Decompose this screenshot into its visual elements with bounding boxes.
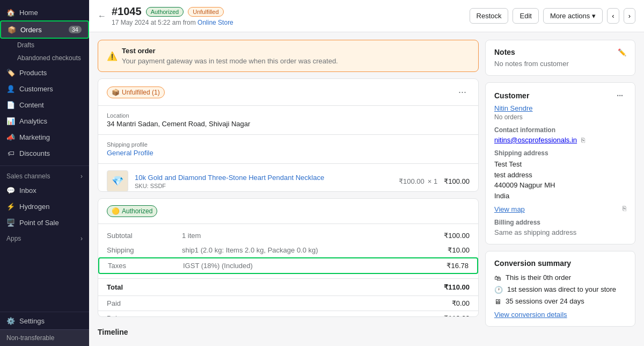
- product-total-price: ₹100.00: [444, 177, 470, 185]
- sidebar-item-home[interactable]: 🏠 Home: [0, 4, 89, 20]
- restock-button[interactable]: Restock: [470, 8, 509, 24]
- location-label: Location: [107, 112, 470, 119]
- sidebar-item-content[interactable]: 📄 Content: [0, 97, 89, 113]
- conversion-item-1: 🛍 This is their 0th order: [494, 272, 626, 284]
- inbox-icon: 💬: [6, 186, 15, 194]
- unfulfilled-status-badge: 📦 Unfulfilled (1): [107, 86, 165, 98]
- sidebar-marketing-label: Marketing: [19, 133, 50, 141]
- sidebar-item-analytics[interactable]: 📊 Analytics: [0, 113, 89, 129]
- subtotal-value: 1 item: [182, 232, 427, 240]
- order-info: #1045 Authorized Unfulfilled 17 May 2024…: [112, 5, 233, 26]
- back-arrow-icon[interactable]: ←: [98, 11, 106, 21]
- home-icon: 🏠: [6, 8, 15, 17]
- authorized-status-badge: 🟡 Authorized: [107, 205, 157, 217]
- sidebar-item-customers[interactable]: 👤 Customers: [0, 81, 89, 97]
- sidebar-item-drafts[interactable]: Drafts: [0, 39, 89, 52]
- customers-icon: 👤: [6, 84, 15, 93]
- customer-more-icon[interactable]: ···: [613, 90, 626, 101]
- product-row: 💎 10k Gold and Diamond Three-Stone Heart…: [98, 164, 478, 192]
- settings-icon: ⚙️: [6, 316, 15, 325]
- sidebar-hydrogen-label: Hydrogen: [19, 203, 49, 211]
- sidebar-item-marketing[interactable]: 📣 Marketing: [0, 129, 89, 145]
- notes-edit-icon[interactable]: ✏️: [618, 48, 626, 56]
- orders-badge: 34: [69, 26, 82, 33]
- marketing-icon: 📣: [6, 133, 15, 141]
- sidebar-item-discounts[interactable]: 🏷 Discounts: [0, 145, 89, 161]
- subtotal-row: Subtotal 1 item ₹100.00: [98, 228, 478, 243]
- test-order-alert: ⚠️ Test order Your payment gateway was i…: [98, 40, 479, 72]
- sidebar-home-label: Home: [19, 9, 38, 17]
- sidebar-inbox-label: Inbox: [19, 186, 36, 194]
- taxes-amount: ₹16.78: [426, 262, 469, 270]
- shipping-summary-value: ship1 (2.0 kg: Items 2.0 kg, Package 0.0…: [182, 246, 427, 254]
- billing-address-label: Billing address: [494, 219, 626, 226]
- copy-address-icon[interactable]: ⎘: [623, 205, 626, 212]
- sidebar-item-inbox[interactable]: 💬 Inbox: [0, 182, 89, 198]
- product-qty-label: × 1: [428, 177, 437, 185]
- apps-section[interactable]: Apps ›: [0, 230, 89, 244]
- analytics-icon: 📊: [6, 117, 15, 125]
- conversion-item-3: 🖥 35 sessions over 24 days: [494, 295, 626, 307]
- paid-label: Paid: [107, 299, 182, 307]
- taxes-row: Taxes IGST (18%) (Included) ₹16.78: [98, 257, 478, 274]
- sales-channels-section[interactable]: Sales channels ›: [0, 168, 89, 182]
- product-name-link[interactable]: 10k Gold and Diamond Three-Stone Heart P…: [135, 174, 324, 182]
- pos-icon: 🖥️: [6, 218, 15, 227]
- main-content: ← #1045 Authorized Unfulfilled 17 May 20…: [89, 0, 644, 346]
- sidebar-item-pos[interactable]: 🖥️ Point of Sale: [0, 214, 89, 230]
- subtotal-label: Subtotal: [107, 232, 182, 240]
- online-store-link[interactable]: Online Store: [197, 19, 233, 26]
- view-conversion-link[interactable]: View conversion details: [494, 311, 626, 319]
- prev-order-button[interactable]: ‹: [607, 8, 619, 24]
- unfulfilled-badge: Unfulfilled: [188, 7, 223, 17]
- sidebar-pos-label: Point of Sale: [19, 219, 59, 227]
- customer-card: Customer ··· Nitin Sendre No orders Cont…: [485, 82, 635, 244]
- shipping-address-text: Test Test test address 440009 Nagpur MH …: [494, 159, 626, 201]
- product-image: 💎: [107, 170, 128, 192]
- taxes-value: IGST (18%) (Included): [183, 262, 426, 270]
- abandoned-label: Abandoned checkouts: [17, 54, 81, 62]
- sidebar-discounts-label: Discounts: [19, 149, 50, 157]
- balance-row: Balance ₹110.00: [98, 311, 478, 317]
- sidebar-item-hydrogen[interactable]: ⚡ Hydrogen: [0, 198, 89, 214]
- sidebar-item-products[interactable]: 🏷️ Products: [0, 64, 89, 81]
- view-map-link[interactable]: View map: [494, 205, 525, 213]
- content-icon: 📄: [6, 100, 15, 109]
- sidebar-analytics-label: Analytics: [19, 117, 47, 125]
- unfulfilled-more-icon[interactable]: ···: [455, 85, 470, 99]
- timeline-label: Timeline: [98, 323, 479, 338]
- next-order-button[interactable]: ›: [624, 8, 635, 24]
- total-label: Total: [107, 283, 182, 291]
- authorized-badge: Authorized: [146, 7, 184, 17]
- sidebar-orders-label: Orders: [20, 26, 42, 34]
- conversion-item3-text: 35 sessions over 24 days: [506, 297, 584, 305]
- total-row: Total ₹110.00: [98, 278, 478, 295]
- unfulfilled-card-header: 📦 Unfulfilled (1) ···: [98, 79, 478, 106]
- products-icon: 🏷️: [6, 68, 15, 77]
- warning-icon: ⚠️: [107, 51, 118, 61]
- box-icon: 📦: [112, 89, 120, 96]
- edit-button[interactable]: Edit: [513, 8, 538, 24]
- customer-email-link[interactable]: nitins@oscprofessionals.in: [494, 136, 577, 144]
- sidebar-item-orders[interactable]: 📦 Orders 34: [0, 20, 89, 39]
- product-info: 10k Gold and Diamond Three-Stone Heart P…: [135, 174, 392, 189]
- monitor-icon: 🖥: [494, 298, 501, 306]
- conversion-item-2: 🕐 1st session was direct to your store: [494, 284, 626, 295]
- location-value: 34 Mantri Sadan, Cement Road, Shivaji Na…: [107, 120, 470, 128]
- product-sku: SKU: SSDF: [135, 183, 392, 189]
- sales-channels-arrow: ›: [80, 172, 83, 180]
- sidebar-item-abandoned[interactable]: Abandoned checkouts: [0, 52, 89, 64]
- sidebar-customers-label: Customers: [19, 85, 53, 93]
- copy-email-icon[interactable]: ⎘: [581, 136, 585, 144]
- sidebar-item-settings[interactable]: ⚙️ Settings: [0, 312, 89, 329]
- shipping-profile-link[interactable]: General Profile: [107, 149, 153, 157]
- shipping-address-label: Shipping address: [494, 149, 626, 157]
- address-line1: Test Test: [494, 159, 626, 170]
- balance-label: Balance: [107, 314, 182, 317]
- sidebar: 🏠 Home 📦 Orders 34 Drafts Abandoned chec…: [0, 0, 89, 346]
- customer-name-link[interactable]: Nitin Sendre: [494, 104, 533, 112]
- apps-arrow: ›: [80, 235, 83, 242]
- no-notes-message: No notes from customer: [494, 60, 626, 68]
- sidebar-content-label: Content: [19, 101, 44, 109]
- more-actions-button[interactable]: More actions ▾: [543, 8, 603, 24]
